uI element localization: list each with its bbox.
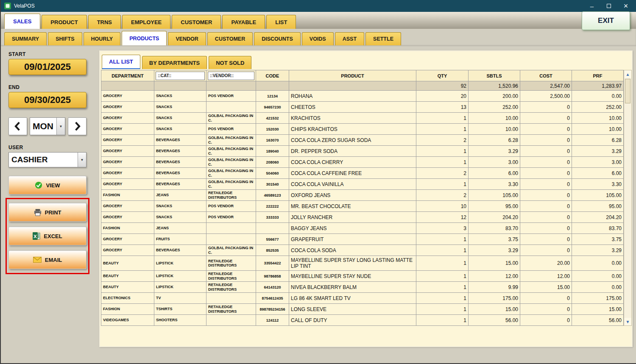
tab-employee[interactable]: EMPLOYEE (122, 15, 170, 29)
subtab-vendor[interactable]: VENDOR (168, 32, 206, 45)
reporttab-by-departments[interactable]: BY DEPARTMENTS (142, 56, 207, 69)
subtab-voids[interactable]: VOIDS (302, 32, 334, 45)
table-row[interactable]: FASHIONJEANSBAGGY JEANS383.70083.70 (101, 223, 624, 234)
subtab-settle[interactable]: SETTLE (365, 32, 401, 45)
subtab-hourly[interactable]: HOURLY (84, 32, 121, 45)
tab-sales[interactable]: SALES (4, 14, 40, 29)
view-button[interactable]: VIEW (8, 176, 86, 195)
totals-row[interactable]: 921,520.962,547.001,283.97 (101, 81, 624, 91)
col-header-code[interactable]: CODE (256, 70, 289, 81)
vendor-filter-dropdown[interactable]: ::VENDOR:: (208, 72, 254, 80)
cat-filter-dropdown[interactable]: ::CAT:: (156, 72, 205, 80)
table-row[interactable]: GROCERYBEVERAGESGOLBAL PACKAGING IN C.16… (101, 135, 624, 146)
cell-code: 152030 (256, 124, 289, 135)
tab-payable[interactable]: PAYABLE (222, 15, 265, 29)
chevron-down-icon: ▼ (78, 153, 86, 167)
window-title: VelaPOS (14, 3, 35, 9)
cell-cost: 0 (520, 190, 572, 201)
subtab-customer[interactable]: CUSTOMER (207, 32, 253, 45)
table-row[interactable]: GROCERYBEVERAGESGOLBAL PACKAGING IN C.18… (101, 146, 624, 157)
col-header-department[interactable]: DEPARTMENT (101, 70, 154, 81)
table-row[interactable]: GROCERYBEVERAGESGOLBAL PACKAGING IN C.20… (101, 157, 624, 168)
cell-product (289, 81, 416, 91)
tab-customer[interactable]: CUSTOMER (172, 15, 221, 29)
tab-product[interactable]: PRODUCT (42, 15, 86, 29)
col-header-cost[interactable]: COST (520, 70, 572, 81)
table-row[interactable]: GROCERYSNACKSPOS VENDOR333333JOLLY RANCH… (101, 212, 624, 223)
col-header-prf[interactable]: PRF (572, 70, 624, 81)
user-select[interactable]: CASHIER ▼ (8, 152, 86, 167)
cell-cost: 0 (520, 293, 572, 304)
subtab-asst[interactable]: ASST (335, 32, 364, 45)
user-value: CASHIER (9, 153, 78, 167)
cell-department: GROCERY (101, 124, 154, 135)
table-row[interactable]: GROCERYSNACKSPOS VENDOR12134ROHANA20200.… (101, 91, 624, 102)
email-button[interactable]: EMAIL (8, 250, 86, 269)
table-row[interactable]: VIDEOGAMESSHOOTERS124112CALL OF DUTY156.… (101, 315, 624, 326)
main-tab-bar: SALESPRODUCTTRNSEMPLOYEECUSTOMERPAYABLEL… (1, 12, 636, 29)
cell-department: GROCERY (101, 146, 154, 157)
scroll-up-icon[interactable]: ▲ (624, 70, 631, 78)
tab-list[interactable]: LIST (266, 15, 296, 29)
scrollbar-thumb[interactable] (625, 79, 630, 103)
cell-product: CHEETOS (289, 102, 416, 113)
col-header-product[interactable]: PRODUCT (289, 70, 416, 81)
table-row[interactable]: ELECTRONICSTV8754612435LG 86 4K SMART LE… (101, 293, 624, 304)
end-date-button[interactable]: 09/30/2025 (8, 92, 86, 108)
subtab-summary[interactable]: SUMMARY (4, 32, 47, 45)
user-label: USER (8, 144, 92, 150)
col-header-sbtls[interactable]: SBTLS (469, 70, 520, 81)
content-area: START 09/01/2025 END 09/30/2025 MON ▼ US… (1, 46, 636, 364)
cell-product: KRACHITOS (289, 113, 416, 124)
close-button[interactable]: × (617, 0, 634, 11)
next-period-button[interactable] (68, 117, 86, 135)
cell-cat: BEVERAGES (154, 146, 206, 157)
table-row[interactable]: GROCERYBEVERAGESGOLBAL PACKAGING IN C.30… (101, 179, 624, 190)
cell-cat: SHOOTERS (154, 315, 206, 326)
reporttab-not-sold[interactable]: NOT SOLD (209, 56, 251, 69)
cell-qty: 12 (416, 212, 469, 223)
sidebar: START 09/01/2025 END 09/30/2025 MON ▼ US… (1, 46, 98, 364)
table-row[interactable]: GROCERYFRUITS556677GRAPEFRUIT13.7503.75 (101, 234, 624, 245)
cell-department: GROCERY (101, 135, 154, 146)
cell-code: 124112 (256, 315, 289, 326)
vertical-scrollbar[interactable]: ▲ ▼ (624, 70, 632, 326)
table-row[interactable]: FASHIONTSHIRTSRETAILEDGE DISTRIBUTORS898… (101, 304, 624, 315)
table-row[interactable]: GROCERYBEVERAGESGOLBAL PACKAGING IN C.85… (101, 245, 624, 256)
minimize-button[interactable]: – (583, 0, 600, 11)
cell-vendor (206, 315, 256, 326)
subtab-discounts[interactable]: DISCOUNTS (254, 32, 301, 45)
table-row[interactable]: BEAUTYLIPSTICKRETAILEDGE DISTRIBUTORS335… (101, 256, 624, 271)
excel-button[interactable]: X EXCEL (8, 227, 86, 245)
table-row[interactable]: GROCERYSNACKSPOS VENDOR222222MR. BEAST C… (101, 201, 624, 212)
scroll-down-icon[interactable]: ▼ (624, 318, 631, 325)
subtab-shifts[interactable]: SHIFTS (48, 32, 82, 45)
table-row[interactable]: GROCERYSNACKSGOLBAL PACKAGING IN C.42153… (101, 113, 624, 124)
table-row[interactable]: GROCERYBEVERAGESGOLBAL PACKAGING IN C.50… (101, 168, 624, 179)
cell-department: GROCERY (101, 91, 154, 102)
subtab-products[interactable]: PRODUCTS (122, 31, 167, 45)
col-header-qty[interactable]: QTY (416, 70, 469, 81)
table-row[interactable]: BEAUTYLIPSTICKRETAILEDGE DISTRIBUTORS641… (101, 282, 624, 293)
chevron-left-icon (14, 121, 22, 132)
cell-product: ROHANA (289, 91, 416, 102)
app-icon (4, 3, 11, 9)
cell-code (256, 81, 289, 91)
start-date-button[interactable]: 09/01/2025 (8, 59, 86, 75)
table-row[interactable]: BEAUTYLIPSTICKRETAILEDGE DISTRIBUTORS987… (101, 271, 624, 282)
table-row[interactable]: GROCERYSNACKSPOS VENDOR152030CHIPS KRACH… (101, 124, 624, 135)
maximize-button[interactable] (600, 0, 617, 11)
period-select[interactable]: MON ▼ (30, 117, 65, 135)
reporttab-all-list[interactable]: ALL LIST (102, 55, 140, 69)
prev-period-button[interactable] (8, 117, 27, 135)
cell-qty: 1 (416, 282, 469, 293)
table-row[interactable]: GROCERYSNACKS94657230CHEETOS13252.000252… (101, 102, 624, 113)
cell-sbtls: 252.00 (469, 102, 520, 113)
print-button[interactable]: PRINT (8, 203, 86, 222)
cell-qty: 1 (416, 315, 469, 326)
table-row[interactable]: FASHIONJEANSRETAILEDGE DISTRIBUTORS46589… (101, 190, 624, 201)
cell-vendor: RETAILEDGE DISTRIBUTORS (206, 282, 256, 293)
tab-trns[interactable]: TRNS (88, 15, 121, 29)
cell-cat: SNACKS (154, 113, 206, 124)
exit-button[interactable]: EXIT (582, 11, 630, 30)
